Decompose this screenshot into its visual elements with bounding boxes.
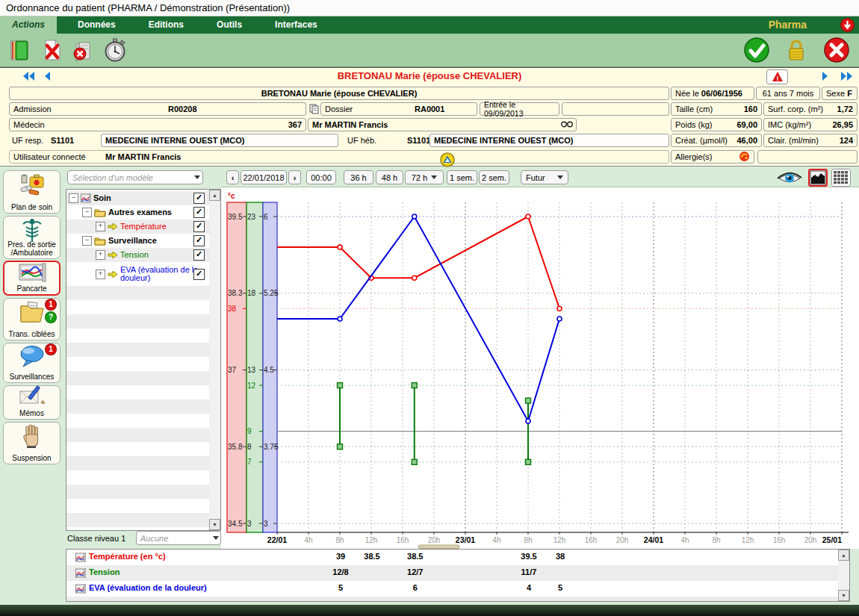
menu-bar: ActionsDonnéesEditionsOutilsInterfaces	[0, 16, 859, 34]
sidebar-item-suspension[interactable]: Suspension	[3, 422, 61, 464]
allergy-field[interactable]: Allergie(s)	[671, 150, 754, 164]
values-row-temp-rature-en-c-[interactable]: Température (en °c)3938.538.539.538	[66, 550, 838, 565]
expand-node-icon[interactable]: +	[96, 250, 105, 260]
cancel-box-icon[interactable]	[70, 37, 97, 63]
delete-document-icon[interactable]	[39, 37, 66, 63]
scroll-down-icon[interactable]: ▼	[838, 590, 849, 601]
validate-check-icon[interactable]	[743, 37, 770, 63]
tree-item-checkbox[interactable]: ✓	[193, 235, 205, 246]
copy-dossier-icon[interactable]	[309, 104, 319, 117]
range-48h-button[interactable]: 48 h	[376, 170, 403, 184]
menu-outils[interactable]: Outils	[205, 16, 254, 34]
uf-heb-code: S1101	[407, 136, 430, 145]
tree-item-label[interactable]: Soin	[93, 194, 111, 203]
collapse-node-icon[interactable]: −	[82, 208, 92, 217]
expand-node-icon[interactable]: +	[96, 222, 105, 231]
window-title: Ordonnance du patient (PHARMA / Démonstr…	[0, 0, 859, 16]
svg-text:38.3: 38.3	[228, 289, 243, 297]
next-patient-icon[interactable]	[822, 71, 829, 84]
tree-empty-row	[66, 470, 210, 485]
value-cell: 5	[545, 583, 575, 592]
collapse-node-icon[interactable]: −	[82, 236, 92, 246]
glasses-icon[interactable]	[561, 120, 573, 129]
class-level-select[interactable]: Aucune	[136, 531, 221, 545]
tree-item-soin[interactable]: −Soin✓	[66, 191, 210, 205]
range-72h-select[interactable]: 72 h	[405, 170, 444, 184]
values-row-label[interactable]: Température (en °c)	[89, 552, 166, 561]
tree-item-checkbox[interactable]: ✓	[193, 193, 205, 204]
time-field[interactable]: 00:00	[306, 170, 336, 184]
stopwatch-icon[interactable]	[102, 37, 128, 63]
care-kit-icon	[4, 172, 60, 198]
values-row-label[interactable]: EVA (évaluation de la douleur)	[89, 583, 207, 592]
svg-text:39.5: 39.5	[228, 213, 243, 221]
svg-text:34.5: 34.5	[228, 520, 243, 528]
collapse-icon[interactable]	[840, 18, 855, 35]
menu-données[interactable]: Données	[66, 16, 128, 34]
values-table: Température (en °c)3938.538.539.538Tensi…	[66, 549, 850, 602]
sidebar-item-plan-de-soin[interactable]: Plan de soin	[3, 170, 61, 214]
scroll-up-icon[interactable]: ▲	[209, 190, 220, 201]
range-36h-button[interactable]: 36 h	[344, 170, 373, 184]
range-1week-button[interactable]: 1 sem.	[447, 170, 477, 184]
patient-alert-icon[interactable]: !	[766, 69, 788, 84]
tree-item-tension[interactable]: +Tension✓	[66, 248, 210, 262]
menu-interfaces[interactable]: Interfaces	[263, 16, 329, 34]
notification-badge: ?	[45, 311, 57, 323]
sidebar-item-label: Trans. ciblées	[4, 331, 60, 339]
svg-text:5.25: 5.25	[264, 289, 279, 297]
chart-view-icon[interactable]	[808, 169, 828, 187]
last-patient-icon[interactable]	[840, 71, 853, 84]
tree-item-autres-examens[interactable]: −Autres examens✓	[66, 205, 210, 220]
sidebar-item-m-mos[interactable]: Mémos	[3, 385, 61, 420]
tree-item-checkbox[interactable]: ✓	[193, 207, 205, 218]
tree-item-eva-valuation-de-la-doul[interactable]: +EVA (évaluation de la douleur)✓	[66, 262, 210, 286]
menu-actions[interactable]: Actions	[0, 16, 57, 34]
tree-item-checkbox[interactable]: ✓	[193, 269, 205, 280]
values-row-eva-valuation-de-la-[interactable]: EVA (évaluation de la douleur)5645	[66, 581, 838, 597]
scroll-up-icon[interactable]: ▲	[838, 550, 849, 561]
tree-item-label[interactable]: Surveillance	[108, 237, 157, 246]
date-prev-button[interactable]: ‹	[226, 170, 239, 184]
sidebar-item-trans-cibl-es[interactable]: Trans. ciblées1?	[3, 298, 61, 340]
collapse-node-icon[interactable]: −	[69, 193, 78, 203]
close-icon[interactable]	[823, 37, 850, 63]
table-scrollbar[interactable]: ▲ ▼	[838, 550, 849, 601]
open-orders-folder-icon[interactable]	[6, 37, 33, 63]
grid-view-icon[interactable]	[831, 169, 851, 187]
lock-icon[interactable]	[783, 37, 810, 63]
tree-item-label[interactable]: Température	[120, 223, 167, 231]
sidebar-item-surveillances[interactable]: Surveillances1	[3, 343, 61, 383]
value-cell: 12/7	[400, 567, 430, 576]
sidebar-item-label: Pres. de sortie /Ambulatoire	[4, 241, 60, 257]
expand-node-icon[interactable]: +	[96, 270, 105, 279]
date-next-button[interactable]: ›	[288, 170, 301, 184]
date-field[interactable]: 22/01/2018	[241, 170, 287, 184]
tree-scrollbar[interactable]: ▲ ▼	[209, 190, 220, 530]
tree-item-label[interactable]: EVA (évaluation de la douleur)	[120, 266, 201, 283]
tree-item-checkbox[interactable]: ✓	[193, 221, 205, 232]
model-select[interactable]: Sélection d'un modèle	[67, 170, 203, 184]
session-alert-icon[interactable]	[440, 152, 455, 170]
tree-item-checkbox[interactable]: ✓	[193, 249, 205, 261]
range-2week-button[interactable]: 2 sem.	[479, 170, 509, 184]
values-row-tension[interactable]: Tension12/812/711/7	[66, 565, 838, 581]
svg-text:12h: 12h	[553, 536, 566, 544]
chart-hscroll-thumb[interactable]	[418, 545, 459, 549]
allergy-icon[interactable]	[739, 151, 750, 164]
svg-text:8h: 8h	[712, 536, 720, 544]
menu-editions[interactable]: Editions	[137, 16, 196, 34]
sidebar-item-pancarte[interactable]: Pancarte	[3, 261, 61, 296]
tree-item-surveillance[interactable]: −Surveillance✓	[66, 234, 210, 248]
values-row-label[interactable]: Tension	[89, 567, 120, 576]
tree-item-label[interactable]: Tension	[120, 251, 149, 260]
mini-chart-icon	[75, 583, 86, 597]
sidebar-item-pres-de-sortie-ambulatoire[interactable]: Pres. de sortie /Ambulatoire	[3, 216, 61, 259]
scroll-down-icon[interactable]: ▼	[209, 519, 220, 530]
tree-item-label[interactable]: Autres examens	[108, 208, 172, 217]
caduceus-icon	[4, 218, 60, 243]
pancarte-chart[interactable]: °c22/014h8h12h16h20h23/014h8h12h16h20h24…	[221, 187, 859, 549]
future-select[interactable]: Futur	[521, 170, 568, 184]
tree-item-temp-rature[interactable]: +Température✓	[66, 220, 210, 234]
svg-text:12h: 12h	[742, 536, 754, 544]
